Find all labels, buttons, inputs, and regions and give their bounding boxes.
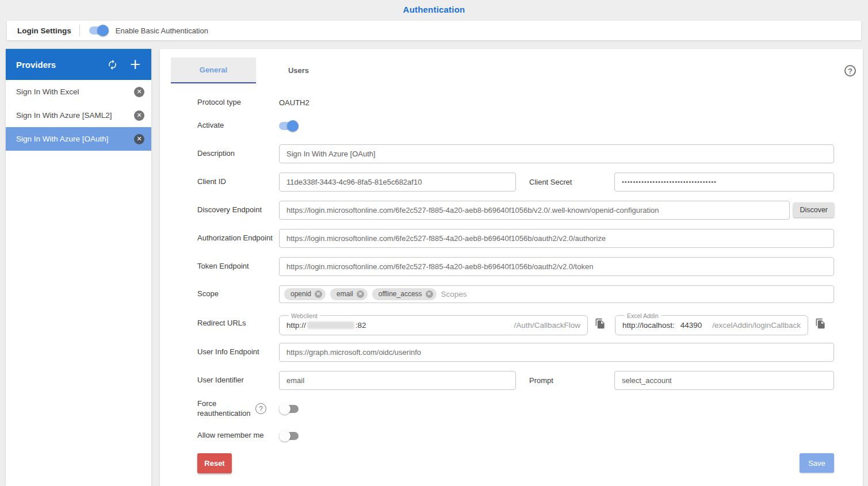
description-input[interactable] [279,144,834,163]
form-row-description: Description [160,144,863,163]
provider-label: Sign In With Azure [OAuth] [16,135,134,143]
help-icon[interactable]: ? [844,65,856,76]
scopes-input[interactable] [441,290,829,299]
excel-addin-port-input[interactable]: 44390 [680,321,702,330]
general-form: Protocol type OAUTH2 Activate Descriptio… [160,98,863,473]
copy-webclient-url-icon[interactable] [595,317,606,330]
redirect-urls-label: Redirect URLs [197,319,279,328]
excel-addin-host: http://localhost: [622,321,675,330]
webclient-port: :82 [355,321,366,330]
form-actions-row: Reset Save [160,453,863,473]
save-button[interactable]: Save [800,453,834,473]
authorization-endpoint-label: Authorization Endpoint [197,234,279,243]
provider-detail-panel: ? General Users Protocol type OAUTH2 Act… [160,49,863,486]
scope-chip: openid ✕ [284,288,326,300]
allow-remember-me-label: Allow remember me [197,431,279,441]
excel-addin-redirect-fieldset: Excel Addin http://localhost: 44390 /exc… [615,312,808,335]
copy-excel-addin-url-icon[interactable] [815,317,826,330]
prompt-input[interactable] [614,371,834,390]
provider-label: Sign In With Azure [SAML2] [16,111,134,120]
excel-addin-callback-path: /excelAddin/loginCallback [712,321,801,330]
remove-scope-icon[interactable]: ✕ [426,290,433,298]
description-label: Description [197,149,279,159]
force-reauthentication-label: Force reauthentication [197,399,255,419]
provider-item-azure-saml2[interactable]: Sign In With Azure [SAML2] ✕ [6,104,151,127]
client-id-label: Client ID [197,177,279,187]
add-provider-icon[interactable]: + [129,59,141,70]
user-info-endpoint-label: User Info Endpoint [197,347,279,357]
discovery-endpoint-input[interactable] [279,201,790,220]
client-id-input[interactable] [279,173,516,192]
scope-chip: email ✕ [330,288,368,300]
force-reauthentication-help-icon[interactable]: ? [255,403,266,414]
remove-provider-icon[interactable]: ✕ [134,134,144,144]
login-settings-label: Login Settings [17,26,71,35]
discovery-endpoint-label: Discovery Endpoint [197,205,279,215]
form-row-protocol-type: Protocol type OAUTH2 [160,98,863,108]
form-row-authorization-endpoint: Authorization Endpoint [160,229,863,248]
form-row-force-reauthentication: Force reauthentication ? [160,399,863,419]
webclient-host-redacted [307,322,354,329]
user-info-endpoint-input[interactable] [279,343,834,362]
enable-basic-auth-label: Enable Basic Authentication [116,26,208,35]
activate-toggle[interactable] [279,120,299,132]
toggle-knob [279,430,290,442]
allow-remember-me-toggle[interactable] [279,430,299,442]
token-endpoint-label: Token Endpoint [197,262,279,271]
divider [79,25,80,36]
provider-label: Sign In With Excel [16,87,134,96]
tab-users[interactable]: Users [256,58,341,83]
scope-label: Scope [197,289,279,299]
user-identifier-label: User Identifier [197,376,279,385]
reset-button[interactable]: Reset [197,453,232,473]
scope-chip-label: email [337,290,353,298]
prompt-label: Prompt [529,376,614,385]
toggle-knob [97,25,109,36]
excel-addin-legend: Excel Addin [625,312,661,319]
form-row-client: Client ID Client Secret [160,173,863,192]
enable-basic-auth-toggle[interactable] [89,25,109,36]
login-settings-bar: Login Settings Enable Basic Authenticati… [7,21,861,40]
authorization-endpoint-input[interactable] [279,229,834,248]
toggle-knob [287,120,299,132]
providers-header: Providers + [6,49,151,80]
activate-label: Activate [197,121,279,131]
remove-provider-icon[interactable]: ✕ [134,110,144,121]
webclient-callback-path: /Auth/CallbackFlow [514,321,580,330]
provider-item-excel[interactable]: Sign In With Excel ✕ [6,80,151,104]
app-title-bar: Authentication [0,0,868,19]
remove-provider-icon[interactable]: ✕ [134,87,144,97]
page-title: Authentication [403,5,465,14]
provider-item-azure-oauth[interactable]: Sign In With Azure [OAuth] ✕ [6,127,151,151]
scope-chip-input[interactable]: openid ✕ email ✕ offline_access ✕ [279,285,834,303]
token-endpoint-input[interactable] [279,257,834,276]
webclient-redirect-fieldset: Webclient http:// :82 /Auth/CallbackFlow [279,312,588,335]
protocol-type-value: OAUTH2 [279,98,309,107]
scope-chip-label: openid [290,290,311,298]
form-row-allow-remember-me: Allow remember me [160,430,863,442]
scope-chip-label: offline_access [378,290,422,298]
form-row-user-info-endpoint: User Info Endpoint [160,343,863,362]
force-reauthentication-toggle[interactable] [279,403,299,415]
form-row-discovery-endpoint: Discovery Endpoint Discover [160,201,863,220]
client-secret-label: Client Secret [529,178,614,186]
form-row-activate: Activate [160,120,863,132]
remove-scope-icon[interactable]: ✕ [357,290,364,298]
protocol-type-label: Protocol type [197,98,279,108]
remove-scope-icon[interactable]: ✕ [315,290,322,298]
form-row-scope: Scope openid ✕ email ✕ offline_access ✕ [160,285,863,303]
user-identifier-input[interactable] [279,371,516,390]
providers-title: Providers [16,60,107,70]
client-secret-input[interactable] [614,173,834,192]
providers-sidebar: Providers + Sign In With Excel ✕ Sign In… [6,49,151,486]
detail-tabs: General Users [171,58,863,84]
webclient-scheme: http:// [286,321,306,330]
scope-chip: offline_access ✕ [372,288,437,300]
form-row-token-endpoint: Token Endpoint [160,257,863,276]
toggle-knob [279,403,290,415]
refresh-icon[interactable] [107,59,118,70]
discover-button[interactable]: Discover [793,202,834,217]
form-row-user-identifier: User Identifier Prompt [160,371,863,390]
form-row-redirect-urls: Redirect URLs Webclient http:// :82 /Aut… [160,312,863,335]
tab-general[interactable]: General [171,58,256,83]
